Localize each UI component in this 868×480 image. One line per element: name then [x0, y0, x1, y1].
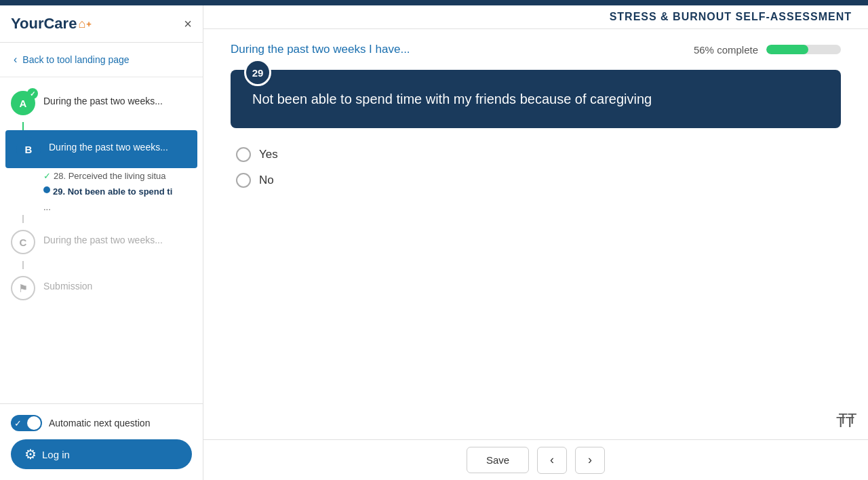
prev-icon: ‹ — [550, 453, 554, 467]
font-resize-icon: TT — [836, 414, 854, 431]
bottom-bar: Save ‹ › — [203, 439, 868, 480]
progress-text: 56% complete — [694, 44, 758, 56]
question-area: During the past two weeks I have... 56% … — [203, 29, 868, 439]
font-resize-float-button[interactable]: TT — [836, 414, 854, 431]
sidebar-footer: ✓ Automatic next question ⚙ Log in — [0, 403, 203, 480]
question-number-badge: 29 — [244, 59, 271, 86]
connector-c-flag — [22, 261, 24, 269]
sidebar-item-b[interactable]: B During the past two weeks... — [5, 130, 197, 168]
back-link[interactable]: ‹ Back to tool landing page — [0, 43, 203, 77]
nav-letter-c: C — [20, 237, 27, 248]
sidebar-item-a[interactable]: A ✓ During the past two weeks... — [0, 84, 203, 122]
sub-items-b: ✓ 28. Perceived the living situa 29. Not… — [0, 168, 203, 215]
logo-plus: + — [86, 19, 92, 29]
save-button[interactable]: Save — [467, 447, 529, 473]
check-icon-28: ✓ — [43, 171, 51, 181]
answer-options: Yes No — [231, 147, 841, 188]
question-card: 29 Not been able to spend time with my f… — [231, 70, 841, 128]
nav-letter-b: B — [25, 144, 33, 155]
nav-label-c: During the past two weeks... — [43, 230, 163, 245]
progress-bar-outer — [766, 45, 841, 54]
nav-circle-b: B — [16, 137, 41, 161]
back-chevron-icon: ‹ — [14, 54, 17, 66]
next-icon: › — [588, 453, 592, 467]
auto-next-toggle[interactable]: ✓ — [11, 415, 42, 431]
sidebar-header: YourCare ⌂ + × — [0, 5, 203, 43]
nav-letter-a: A — [20, 98, 27, 109]
dot-icon-29 — [43, 186, 50, 193]
login-label: Log in — [42, 449, 70, 460]
flag-circle: ⚑ — [11, 276, 35, 300]
assessment-title: STRESS & BURNOUT SELF-ASSESSMENT — [610, 11, 852, 23]
answer-option-yes[interactable]: Yes — [236, 147, 841, 162]
logo-text: YourCare — [11, 15, 77, 33]
nav-label-a: During the past two weeks... — [43, 91, 163, 106]
answer-label-yes: Yes — [259, 148, 278, 161]
progress-area: 56% complete — [694, 44, 841, 56]
answer-option-no[interactable]: No — [236, 173, 841, 188]
question-text: Not been able to spend time with my frie… — [252, 89, 652, 109]
connector-b-c — [22, 215, 24, 223]
connector-a-b — [22, 122, 24, 130]
flag-icon: ⚑ — [18, 282, 28, 295]
submission-label: Submission — [43, 276, 92, 292]
sub-item-more-label: ... — [43, 202, 51, 212]
main-content: STRESS & BURNOUT SELF-ASSESSMENT During … — [203, 5, 868, 480]
answer-label-no: No — [259, 174, 274, 187]
sub-item-29-row: 29. Not been able to spend ti — [43, 184, 192, 199]
nav-label-b: During the past two weeks... — [49, 137, 168, 153]
check-badge-a: ✓ — [27, 88, 38, 99]
login-gear-icon: ⚙ — [24, 446, 37, 462]
prev-button[interactable]: ‹ — [537, 447, 567, 474]
content-header: STRESS & BURNOUT SELF-ASSESSMENT — [203, 5, 868, 29]
toggle-label: Automatic next question — [49, 418, 150, 428]
close-button[interactable]: × — [184, 16, 192, 32]
nav-circle-c: C — [11, 230, 35, 254]
progress-percent: 56% — [694, 44, 714, 56]
login-button[interactable]: ⚙ Log in — [11, 439, 192, 469]
toggle-check-icon: ✓ — [14, 418, 22, 428]
sub-item-more: ... — [43, 199, 192, 215]
radio-no[interactable] — [236, 173, 251, 188]
question-context: During the past two weeks I have... — [231, 43, 410, 56]
toggle-row: ✓ Automatic next question — [11, 415, 192, 431]
sidebar-item-submission[interactable]: ⚑ Submission — [0, 269, 203, 307]
nav-circle-a: A ✓ — [11, 91, 35, 115]
back-link-label: Back to tool landing page — [22, 54, 129, 65]
progress-bar-inner — [766, 45, 808, 54]
sub-item-28-label: 28. Perceived the living situa — [54, 171, 165, 181]
progress-label: complete — [717, 44, 758, 56]
sub-item-28: ✓ 28. Perceived the living situa — [43, 168, 192, 184]
logo-home-icon: ⌂ — [78, 17, 85, 31]
next-button[interactable]: › — [575, 447, 605, 474]
sidebar-item-c[interactable]: C During the past two weeks... — [0, 223, 203, 261]
sub-item-29-label: 29. Not been able to spend ti — [53, 184, 172, 199]
sidebar-nav: A ✓ During the past two weeks... B Durin… — [0, 77, 203, 403]
radio-yes[interactable] — [236, 147, 251, 162]
sidebar: YourCare ⌂ + × ‹ Back to tool landing pa… — [0, 5, 203, 480]
question-header: During the past two weeks I have... 56% … — [231, 43, 841, 56]
logo: YourCare ⌂ + — [11, 15, 92, 33]
